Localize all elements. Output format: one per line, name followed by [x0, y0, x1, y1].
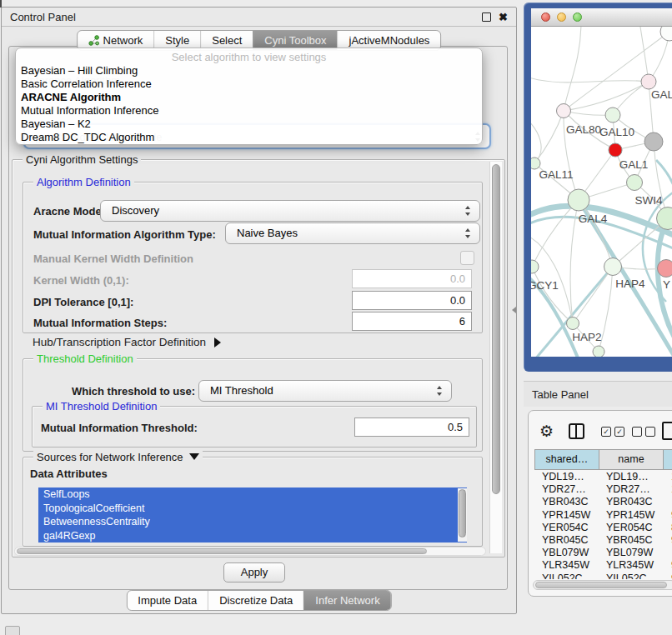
settings-vscroll-thumb[interactable]	[492, 164, 500, 494]
table-cell: 9.	[664, 559, 672, 572]
close-window-icon[interactable]: ✖	[499, 12, 508, 22]
table-cell: 9.	[664, 534, 672, 547]
kernel-width-field[interactable]: 0.0	[352, 269, 472, 288]
bottom-tab-discretize-data[interactable]: Discretize Data	[208, 591, 303, 610]
table-row[interactable]: YPR145WYPR145W9.	[534, 509, 672, 522]
table-cell: YER054C	[534, 522, 599, 534]
node-hap2[interactable]	[567, 318, 579, 330]
node-label-gal10: GAL10	[599, 126, 634, 138]
node-gal80[interactable]	[557, 104, 571, 118]
dropdown-item-dream8-dc-tdc-algorithm[interactable]: Dream8 DC_TDC Algorithm	[16, 131, 482, 144]
node-gray[interactable]	[644, 132, 663, 151]
table-row[interactable]: YER054CYER054C8.	[534, 522, 672, 534]
node-gal1[interactable]	[627, 175, 643, 191]
minimize-traffic-light-icon[interactable]	[557, 12, 566, 22]
table-row[interactable]: YDR27…YDR27…12	[534, 483, 672, 496]
node-topWhite[interactable]	[660, 27, 672, 41]
dpi-tolerance-label: DPI Tolerance [0,1]:	[33, 296, 133, 308]
minimized-panel-icon[interactable]	[5, 626, 20, 635]
cyni-settings-group-title: Cyni Algorithm Settings	[23, 153, 141, 166]
control-panel-title: Control Panel	[10, 11, 76, 23]
columns-icon[interactable]	[569, 423, 584, 439]
close-traffic-light-icon[interactable]	[541, 12, 550, 22]
gear-icon[interactable]: ⚙	[539, 421, 554, 442]
node-gcy1[interactable]	[531, 260, 539, 273]
table-row[interactable]: YLR345WYLR345W9.	[534, 559, 672, 572]
table-toolbar: ⚙ ✓✓	[529, 419, 672, 444]
node-gal11[interactable]	[531, 158, 540, 169]
node-gal10[interactable]	[605, 108, 620, 122]
mi-threshold-definition-group: MI Threshold Definition Mutual Informati…	[32, 406, 477, 448]
expand-arrow-icon	[214, 338, 221, 348]
table-row[interactable]: YIL052CYIL052C9.	[534, 572, 672, 580]
column-header-partial[interactable]	[664, 450, 672, 469]
node-red[interactable]	[609, 143, 622, 157]
which-threshold-combo[interactable]: MI Threshold	[198, 380, 452, 402]
node-y[interactable]	[658, 260, 672, 278]
settings-hscroll-thumb[interactable]	[17, 548, 427, 554]
column-header-name[interactable]: name	[599, 450, 664, 469]
column-header-shared[interactable]: shared…	[535, 450, 599, 469]
node-bottomN[interactable]	[593, 346, 604, 357]
attribute-item-topologicalcoefficient[interactable]: TopologicalCoefficient	[38, 502, 467, 516]
table-row[interactable]: YBR045CYBR045C9.	[534, 534, 672, 547]
dropdown-item-mutual-information-inference[interactable]: Mutual Information Inference	[16, 104, 482, 118]
mi-algorithm-type-combo[interactable]: Naive Bayes	[225, 222, 480, 244]
dropdown-item-basic-correlation-inference[interactable]: Basic Correlation Inference	[16, 78, 482, 91]
table-cell: YLR345W	[534, 559, 599, 572]
bottom-tab-impute-data[interactable]: Impute Data	[127, 591, 208, 610]
table-cell: 9.	[664, 572, 672, 580]
bottom-tab-infer-network[interactable]: Infer Network	[303, 591, 390, 610]
aracne-mode-combo[interactable]: Discovery	[100, 200, 480, 222]
mi-steps-field[interactable]: 6	[352, 312, 472, 331]
node-gal4[interactable]	[568, 189, 589, 211]
attribute-item-betweennesscentrality[interactable]: BetweennessCentrality	[38, 515, 467, 529]
table-cell: 9.	[664, 509, 672, 522]
table-hscroll-thumb[interactable]	[535, 582, 667, 588]
network-canvas[interactable]: GALGAL80GAL10GAL1GAL11GAL4SWI4GCY1HAP4YH…	[531, 27, 672, 357]
table-row[interactable]: YBL079WYBL079W	[534, 547, 672, 559]
table-cell: YDL19…	[534, 471, 599, 483]
node-label-gal80: GAL80	[566, 123, 601, 136]
settings-horizontal-scrollbar[interactable]	[14, 547, 486, 556]
dropdown-item-bayesian-k2[interactable]: Bayesian – K2	[16, 118, 482, 131]
manual-kernel-width-checkbox[interactable]	[460, 251, 474, 265]
table-cell: 12	[664, 483, 672, 496]
table-row[interactable]: YBR043CYBR043C	[534, 496, 672, 508]
node-table: shared…name YDL19…YDL19…13YDR27…YDR27…12…	[534, 449, 672, 579]
zoom-traffic-light-icon[interactable]	[573, 12, 582, 22]
data-attributes-list[interactable]: SelfLoopsTopologicalCoefficientBetweenne…	[38, 488, 467, 542]
settings-vertical-scrollbar[interactable]	[489, 162, 502, 553]
deselect-all-columns-icon[interactable]	[632, 427, 655, 437]
attr-list-scroll-thumb[interactable]	[459, 489, 466, 538]
splitter-collapse-arrow[interactable]	[512, 307, 516, 313]
table-cell: YIL052C	[534, 572, 599, 580]
float-window-icon[interactable]	[482, 12, 491, 22]
network-graph: GALGAL80GAL10GAL1GAL11GAL4SWI4GCY1HAP4YH…	[531, 27, 672, 357]
table-header-row: shared…name	[534, 449, 672, 470]
table-cell: YBL079W	[534, 547, 599, 559]
combo-spinner-icon	[436, 386, 444, 396]
sources-group-title[interactable]: Sources for Network Inference	[33, 451, 203, 463]
attribute-item-selfloops[interactable]: SelfLoops	[38, 488, 467, 502]
data-attributes-label: Data Attributes	[30, 468, 108, 480]
mi-threshold-label: Mutual Information Threshold:	[41, 422, 198, 434]
control-panel-titlebar: Control Panel ✖	[2, 8, 516, 27]
attr-list-scrollbar[interactable]	[458, 488, 467, 542]
table-horizontal-scrollbar[interactable]	[533, 580, 672, 590]
export-table-icon[interactable]	[662, 422, 672, 440]
mi-threshold-field[interactable]: 0.5	[354, 418, 469, 437]
attribute-item-gal4rgexp[interactable]: gal4RGexp	[38, 529, 467, 543]
dropdown-placeholder: Select algorithm to view settings	[16, 50, 482, 64]
algorithm-dropdown-popup: Select algorithm to view settingsBayesia…	[15, 48, 483, 145]
node-label-y: Y	[663, 278, 670, 291]
select-all-columns-icon[interactable]: ✓✓	[601, 427, 624, 437]
node-gal[interactable]	[641, 74, 656, 89]
node-hap4[interactable]	[604, 258, 622, 276]
table-row[interactable]: YDL19…YDL19…13	[534, 471, 672, 483]
dropdown-item-bayesian-hill-climbing[interactable]: Bayesian – Hill Climbing	[16, 64, 482, 78]
apply-button[interactable]: Apply	[223, 562, 285, 582]
hub-definition-toggle[interactable]: Hub/Transcription Factor Definition	[33, 336, 221, 348]
dpi-tolerance-field[interactable]: 0.0	[352, 291, 472, 310]
dropdown-item-aracne-algorithm[interactable]: ARACNE Algorithm	[16, 91, 482, 104]
